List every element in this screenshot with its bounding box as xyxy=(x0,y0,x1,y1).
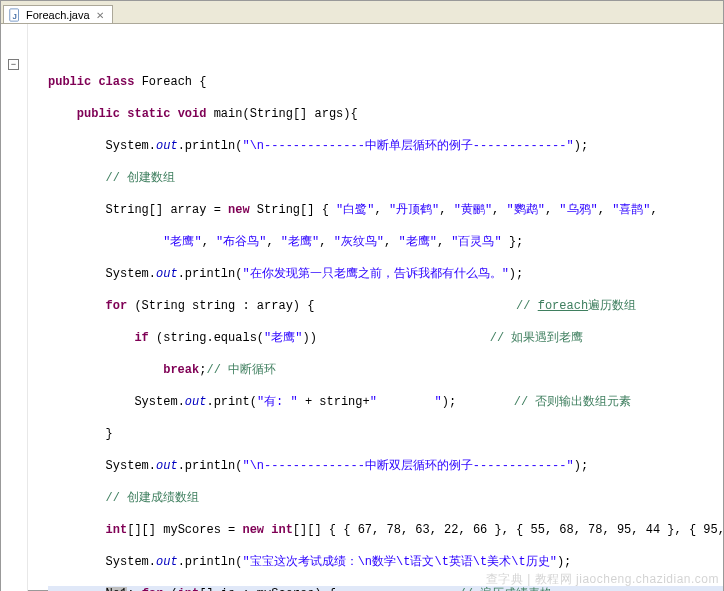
code-line[interactable]: public static void main(String[] args){ xyxy=(48,106,723,122)
code-line[interactable]: System.out.println("在你发现第一只老鹰之前，告诉我都有什么鸟… xyxy=(48,266,723,282)
editor-pane: J Foreach.java ✕ − public class Foreach … xyxy=(1,1,723,591)
java-file-icon: J xyxy=(8,8,22,22)
editor-area: − public class Foreach { public static v… xyxy=(1,24,723,591)
code-line[interactable]: System.out.println("宝宝这次考试成绩：\n数学\t语文\t英… xyxy=(48,554,723,570)
folding-gutter[interactable]: − xyxy=(1,24,28,591)
code-line[interactable]: public class Foreach { xyxy=(48,74,723,90)
watermark: 查字典 | 教程网 jiaocheng.chazidian.com xyxy=(486,571,719,588)
code-line[interactable] xyxy=(48,42,723,58)
code-line[interactable]: break;// 中断循环 xyxy=(48,362,723,378)
code-line[interactable]: "老鹰", "布谷鸟", "老鹰", "灰纹鸟", "老鹰", "百灵鸟" }; xyxy=(48,234,723,250)
code-line[interactable]: int[][] myScores = new int[][] { { 67, 7… xyxy=(48,522,723,538)
close-icon[interactable]: ✕ xyxy=(94,10,106,21)
code-line[interactable]: String[] array = new String[] { "白鹭", "丹… xyxy=(48,202,723,218)
code-line[interactable]: } xyxy=(48,426,723,442)
code-line[interactable]: System.out.println("\n--------------中断单层… xyxy=(48,138,723,154)
editor-tab-foreach[interactable]: J Foreach.java ✕ xyxy=(3,5,113,23)
editor-tab-label: Foreach.java xyxy=(26,9,90,21)
svg-text:J: J xyxy=(12,12,16,21)
code-line[interactable]: // 创建成绩数组 xyxy=(48,490,723,506)
code-line[interactable]: // 创建数组 xyxy=(48,170,723,186)
fold-toggle-icon[interactable]: − xyxy=(8,59,19,70)
code-line[interactable]: System.out.print("有: " + string+" "); //… xyxy=(48,394,723,410)
editor-tabbar: J Foreach.java ✕ xyxy=(1,1,723,24)
code-editor[interactable]: public class Foreach { public static voi… xyxy=(28,24,723,591)
code-line[interactable]: System.out.println("\n--------------中断双层… xyxy=(48,458,723,474)
ide-window: J Foreach.java ✕ − public class Foreach … xyxy=(0,0,724,591)
code-line[interactable]: if (string.equals("老鹰")) // 如果遇到老鹰 xyxy=(48,330,723,346)
editor-scroll[interactable]: public class Foreach { public static voi… xyxy=(28,24,723,591)
code-line[interactable]: for (String string : array) { // foreach… xyxy=(48,298,723,314)
